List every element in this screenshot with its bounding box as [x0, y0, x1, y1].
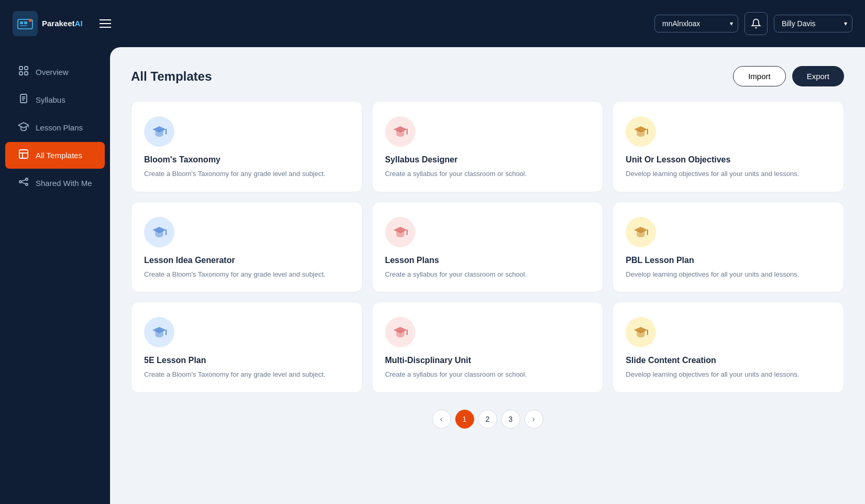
- template-card-pbl-lesson-plan[interactable]: PBL Lesson Plan Develop learning objecti…: [612, 202, 844, 293]
- share-icon: [18, 177, 29, 189]
- workspace-selector[interactable]: mnAlnxloax: [654, 15, 738, 32]
- graduation-icon: [18, 122, 29, 134]
- user-select[interactable]: Billy Davis: [774, 15, 852, 32]
- card-desc-syllabus-designer: Create a syllabus for your classroom or …: [385, 169, 590, 179]
- svg-point-44: [166, 334, 167, 335]
- svg-point-32: [647, 133, 649, 135]
- svg-point-29: [406, 133, 408, 135]
- template-card-5e-lesson-plan[interactable]: 5E Lesson Plan Create a Bloom's Taxonomy…: [131, 302, 363, 393]
- svg-point-50: [647, 334, 649, 335]
- header-actions: Import Export: [733, 66, 844, 86]
- app-header: ParakeetAI mnAlnxloax Billy Davis: [0, 0, 865, 47]
- template-card-multi-disciplinary-unit[interactable]: Multi-Discplinary Unit Create a syllabus…: [372, 302, 604, 393]
- svg-point-21: [19, 181, 21, 183]
- svg-point-19: [26, 178, 28, 180]
- card-icon-blooms-taxonomy: [144, 116, 174, 147]
- card-desc-pbl-lesson-plan: Develop learning objectives for all your…: [626, 269, 831, 280]
- svg-rect-3: [20, 25, 27, 26]
- logo-text: ParakeetAI: [42, 19, 83, 28]
- svg-rect-7: [25, 67, 28, 70]
- card-icon-5e-lesson-plan: [144, 317, 174, 347]
- card-icon-pbl-lesson-plan: [626, 217, 656, 247]
- template-card-unit-lesson-objectives[interactable]: Unit Or Lesson Objectives Develop learni…: [612, 101, 844, 192]
- sidebar-label-all-templates: All Templates: [36, 151, 82, 160]
- template-card-slide-content-creation[interactable]: Slide Content Creation Develop learning …: [612, 302, 844, 393]
- pagination-page-2[interactable]: 2: [478, 410, 497, 429]
- content-header: All Templates Import Export: [131, 66, 844, 86]
- sidebar: Overview Syllabus Lesson: [0, 47, 110, 504]
- card-title-multi-disciplinary-unit: Multi-Discplinary Unit: [385, 356, 590, 365]
- svg-point-5: [30, 20, 31, 21]
- page-title: All Templates: [131, 69, 212, 84]
- svg-line-22: [21, 180, 26, 181]
- main-layout: Overview Syllabus Lesson: [0, 47, 865, 504]
- template-card-blooms-taxonomy[interactable]: Bloom's Taxonomy Create a Bloom's Taxono…: [131, 101, 363, 192]
- svg-rect-6: [19, 67, 23, 70]
- sidebar-label-overview: Overview: [36, 68, 69, 76]
- pagination: ‹123›: [131, 410, 844, 429]
- user-selector[interactable]: Billy Davis: [774, 15, 852, 32]
- pagination-next[interactable]: ›: [524, 410, 543, 429]
- sidebar-item-all-templates[interactable]: All Templates: [5, 142, 105, 169]
- pagination-page-1[interactable]: 1: [455, 410, 474, 429]
- svg-rect-2: [24, 21, 27, 24]
- svg-rect-1: [20, 21, 23, 24]
- sidebar-label-syllabus: Syllabus: [36, 95, 65, 104]
- template-grid: Bloom's Taxonomy Create a Bloom's Taxono…: [131, 101, 844, 393]
- card-desc-lesson-idea-generator: Create a Bloom's Taxonomy for any grade …: [144, 269, 349, 280]
- card-icon-multi-disciplinary-unit: [385, 317, 415, 347]
- card-desc-unit-lesson-objectives: Develop learning objectives for all your…: [626, 169, 831, 179]
- svg-point-26: [166, 133, 167, 135]
- sidebar-item-overview[interactable]: Overview: [5, 59, 105, 85]
- workspace-select[interactable]: mnAlnxloax: [654, 15, 738, 32]
- card-desc-lesson-plans: Create a syllabus for your classroom or …: [385, 269, 590, 280]
- notification-button[interactable]: [744, 12, 768, 35]
- svg-point-41: [647, 233, 649, 235]
- template-card-syllabus-designer[interactable]: Syllabus Designer Create a syllabus for …: [372, 101, 604, 192]
- card-icon-unit-lesson-objectives: [626, 116, 656, 147]
- svg-rect-9: [25, 72, 28, 75]
- card-desc-multi-disciplinary-unit: Create a syllabus for your classroom or …: [385, 369, 590, 380]
- svg-point-20: [26, 183, 28, 185]
- pagination-page-3[interactable]: 3: [501, 410, 520, 429]
- hamburger-menu[interactable]: [100, 19, 111, 28]
- file-icon: [18, 94, 29, 106]
- template-icon: [18, 149, 29, 161]
- logo-icon: [13, 11, 38, 36]
- card-desc-5e-lesson-plan: Create a Bloom's Taxonomy for any grade …: [144, 369, 349, 380]
- card-title-lesson-plans: Lesson Plans: [385, 256, 590, 265]
- card-title-syllabus-designer: Syllabus Designer: [385, 155, 590, 165]
- sidebar-label-lesson-plans: Lesson Plans: [36, 123, 83, 132]
- sidebar-label-shared-with-me: Shared With Me: [36, 179, 92, 188]
- card-title-slide-content-creation: Slide Content Creation: [626, 356, 831, 365]
- sidebar-item-syllabus[interactable]: Syllabus: [5, 86, 105, 113]
- card-desc-blooms-taxonomy: Create a Bloom's Taxonomy for any grade …: [144, 169, 349, 179]
- template-card-lesson-idea-generator[interactable]: Lesson Idea Generator Create a Bloom's T…: [131, 202, 363, 293]
- card-icon-slide-content-creation: [626, 317, 656, 347]
- card-title-lesson-idea-generator: Lesson Idea Generator: [144, 256, 349, 265]
- header-right: mnAlnxloax Billy Davis: [654, 12, 852, 35]
- export-button[interactable]: Export: [792, 66, 844, 86]
- svg-point-38: [406, 233, 408, 235]
- svg-rect-16: [19, 150, 28, 158]
- import-button[interactable]: Import: [733, 66, 786, 86]
- svg-line-23: [21, 182, 26, 184]
- grid-icon: [18, 66, 29, 78]
- card-desc-slide-content-creation: Develop learning objectives for all your…: [626, 369, 831, 380]
- svg-rect-8: [19, 72, 23, 75]
- sidebar-item-shared-with-me[interactable]: Shared With Me: [5, 170, 105, 196]
- card-title-blooms-taxonomy: Bloom's Taxonomy: [144, 155, 349, 165]
- logo: ParakeetAI: [13, 11, 83, 36]
- sidebar-item-lesson-plans[interactable]: Lesson Plans: [5, 114, 105, 141]
- svg-point-47: [406, 334, 408, 335]
- card-title-5e-lesson-plan: 5E Lesson Plan: [144, 356, 349, 365]
- card-icon-lesson-idea-generator: [144, 217, 174, 247]
- main-content: All Templates Import Export Bloom's Taxo…: [110, 47, 865, 504]
- card-title-pbl-lesson-plan: PBL Lesson Plan: [626, 256, 831, 265]
- card-icon-lesson-plans: [385, 217, 415, 247]
- pagination-prev[interactable]: ‹: [432, 410, 451, 429]
- card-title-unit-lesson-objectives: Unit Or Lesson Objectives: [626, 155, 831, 165]
- template-card-lesson-plans[interactable]: Lesson Plans Create a syllabus for your …: [372, 202, 604, 293]
- card-icon-syllabus-designer: [385, 116, 415, 147]
- svg-marker-14: [18, 123, 29, 128]
